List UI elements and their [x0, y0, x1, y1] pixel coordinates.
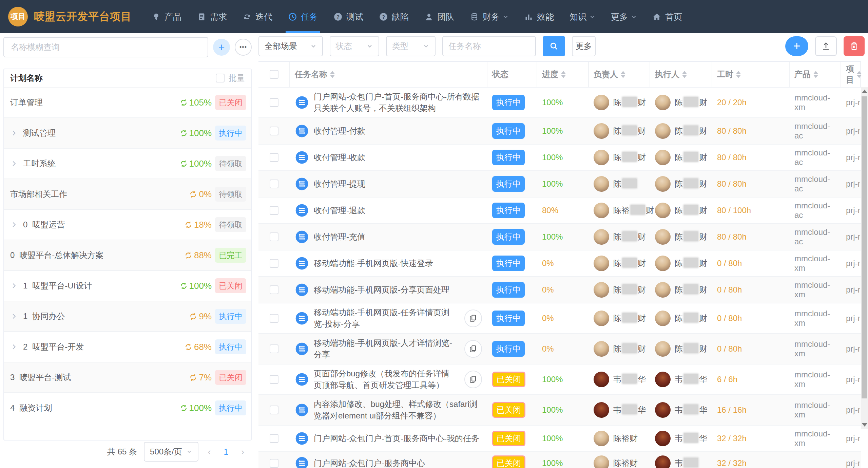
sort-icon[interactable] [561, 71, 566, 78]
plan-name: 协同办公 [32, 311, 65, 322]
sync-icon [184, 221, 193, 229]
task-name-input[interactable]: 任务名称 [442, 36, 536, 56]
nav-item-11[interactable]: 更多 [603, 0, 644, 33]
status-select[interactable]: 状态 [330, 36, 379, 56]
table-row[interactable]: 门户网站-众包门户-首页-服务商中心-我的任务已关闭100%陈裕财韦华32 / … [258, 426, 861, 452]
sort-icon[interactable] [857, 71, 862, 78]
plan-row[interactable]: 0唛盟运营18%待领取 [4, 209, 251, 240]
scroll-up-arrow[interactable] [861, 87, 868, 96]
plan-row[interactable]: 3唛盟平台-测试7%已关闭 [4, 362, 251, 392]
scene-select[interactable]: 全部场景 [258, 36, 323, 56]
export-button[interactable] [815, 36, 837, 56]
nav-item-3[interactable]: 迭代 [235, 0, 280, 33]
table-row[interactable]: 页面部分bug修改（我发布的任务详情页顶部导航、首页研发管理工具等）已关闭100… [258, 364, 861, 395]
sort-icon[interactable] [736, 71, 741, 78]
table-row[interactable]: 内容添加修改、bug处理、样式修改（safari浏览器对element ui部分… [258, 395, 861, 426]
row-checkbox[interactable] [270, 434, 278, 443]
expand-chevron-icon[interactable] [10, 313, 18, 320]
sort-icon[interactable] [621, 71, 625, 78]
add-plan-button[interactable]: + [213, 39, 230, 56]
task-product-value: mmcloud-xm [794, 280, 836, 299]
row-checkbox[interactable] [270, 314, 278, 323]
table-row[interactable]: 收付管理-收款执行中100%陈财陈财80 / 80hmmcloud-acprj-… [258, 145, 861, 171]
plan-prev-page-button[interactable]: ‹ [205, 447, 214, 457]
row-checkbox[interactable] [270, 206, 278, 215]
row-checkbox[interactable] [270, 232, 278, 241]
task-hours-value: 20 / 20h [717, 98, 747, 107]
table-row[interactable]: 移动端功能-手机网页版-人才详情浏览-分享执行中0%陈财陈财0 / 80hmmc… [258, 334, 861, 364]
plan-current-page[interactable]: 1 [220, 447, 232, 457]
plan-row[interactable]: 1唛盟平台-UI设计100%已关闭 [4, 270, 251, 301]
row-checkbox[interactable] [270, 406, 278, 414]
plan-row[interactable]: 测试管理100%执行中 [4, 117, 251, 148]
plan-page-size-select[interactable]: 500条/页 [144, 442, 198, 462]
row-checkbox[interactable] [270, 259, 278, 268]
row-checkbox[interactable] [270, 459, 278, 468]
nav-item-2[interactable]: 需求 [189, 0, 235, 33]
task-progress-cell: 100% [537, 88, 589, 117]
nav-item-6[interactable]: ?缺陷 [371, 0, 417, 33]
sort-icon[interactable] [813, 71, 818, 78]
table-row[interactable]: 移动端功能-手机网页版-任务详情页浏览-投标-分享执行中0%陈财陈财0 / 80… [258, 303, 861, 334]
select-all-checkbox[interactable] [270, 70, 278, 79]
task-product-value: mmcloud-xm [794, 339, 836, 358]
plan-more-button[interactable]: ••• [235, 39, 252, 56]
nav-item-8[interactable]: 财务 [462, 0, 516, 33]
delete-button[interactable] [844, 36, 865, 56]
type-select[interactable]: 类型 [386, 36, 436, 56]
table-row[interactable]: 收付管理-提现执行中100%陈陈财80 / 80hmmcloud-acprj-m [258, 171, 861, 198]
copy-task-button[interactable] [464, 310, 482, 327]
plan-search-input[interactable]: 名称模糊查询 [3, 37, 208, 57]
row-checkbox[interactable] [270, 344, 278, 353]
task-product-cell: mmcloud-xm [790, 250, 841, 276]
table-row[interactable]: 门户网站-众包门户-服务商中心已关闭100%陈裕财韦32 / 32hprj-m [258, 452, 861, 468]
person-name: 陈财 [613, 343, 646, 354]
sort-icon[interactable] [682, 71, 687, 78]
plan-row[interactable]: 工时系统100%待领取 [4, 148, 251, 179]
expand-chevron-icon[interactable] [10, 160, 18, 167]
expand-chevron-icon[interactable] [10, 343, 18, 351]
nav-item-7[interactable]: 团队 [417, 0, 462, 33]
sort-icon[interactable] [330, 71, 335, 78]
table-row[interactable]: 移动端功能-手机网页版-分享页面处理执行中0%陈财陈财0 / 80hmmclou… [258, 277, 861, 303]
copy-task-button[interactable] [464, 340, 482, 358]
more-filters-button[interactable]: 更多 [572, 36, 596, 56]
nav-item-4[interactable]: 任务 [280, 0, 326, 33]
table-row[interactable]: 移动端功能-手机网页版-快速登录执行中0%陈财陈财0 / 80hmmcloud-… [258, 250, 861, 277]
nav-item-1[interactable]: 产品 [144, 0, 189, 33]
plan-row[interactable]: 2唛盟平台-开发68%执行中 [4, 331, 251, 362]
row-checkbox[interactable] [270, 153, 278, 162]
table-row[interactable]: 收付管理-退款执行中80%陈裕财陈财80 / 100hmmcloud-acprj… [258, 198, 861, 224]
table-row[interactable]: 门户网站-众包门户-首页-服务商中心-所有数据只关联个人账号，不关联组织架构执行… [258, 88, 861, 118]
row-checkbox[interactable] [270, 180, 278, 188]
copy-task-button[interactable] [464, 371, 482, 388]
row-checkbox[interactable] [270, 98, 278, 107]
test-question-icon: ? [333, 12, 343, 21]
table-row[interactable]: 收付管理-充值执行中100%陈财陈财80 / 80hmmcloud-acprj-… [258, 224, 861, 250]
plan-row[interactable]: 1协同办公9%执行中 [4, 301, 251, 331]
plan-row[interactable]: 0唛盟平台-总体解决方案88%已完工 [4, 240, 251, 270]
row-checkbox[interactable] [270, 127, 278, 135]
scroll-down-arrow[interactable] [861, 420, 868, 429]
vertical-scrollbar[interactable] [861, 87, 868, 429]
row-checkbox[interactable] [270, 285, 278, 294]
expand-chevron-icon[interactable] [10, 282, 18, 289]
nav-item-12[interactable]: 首页 [644, 0, 690, 33]
task-executor-cell: 韦华 [650, 426, 712, 451]
plan-row[interactable]: 订单管理105%已关闭 [4, 87, 251, 117]
nav-item-9[interactable]: 效能 [516, 0, 562, 33]
search-button[interactable] [543, 36, 565, 56]
nav-item-10[interactable]: 知识 [562, 0, 603, 33]
expand-chevron-icon[interactable] [10, 221, 18, 228]
row-checkbox[interactable] [270, 375, 278, 384]
plan-next-page-button[interactable]: › [238, 447, 247, 457]
vertical-scrollbar-thumb[interactable] [862, 96, 867, 398]
nav-item-5[interactable]: ?测试 [326, 0, 371, 33]
table-row[interactable]: 收付管理-付款执行中100%陈财陈财80 / 80hmmcloud-acprj-… [258, 118, 861, 145]
expand-chevron-icon[interactable] [10, 129, 18, 137]
add-task-button[interactable]: + [785, 36, 808, 56]
app-logo[interactable]: 项目 [8, 7, 28, 26]
plan-row[interactable]: 市场部相关工作0%待领取 [4, 179, 251, 209]
plan-row[interactable]: 4融资计划100%执行中 [4, 392, 251, 423]
batch-checkbox[interactable] [216, 74, 225, 82]
